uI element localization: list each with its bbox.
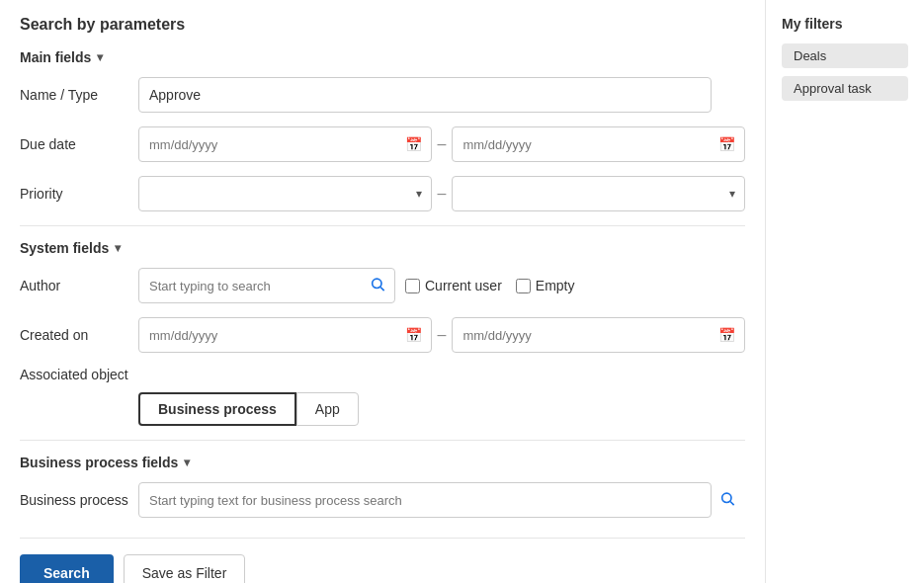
priority-range: Low Medium High Critical ▾ – Low Medium … bbox=[138, 176, 745, 211]
name-type-label: Name / Type bbox=[20, 87, 138, 103]
priority-end-wrap: Low Medium High Critical ▾ bbox=[452, 176, 745, 211]
bp-search-wrap bbox=[138, 482, 745, 518]
bp-search-input[interactable] bbox=[138, 482, 712, 518]
created-on-row: Created on 📅 – 📅 bbox=[20, 317, 745, 353]
due-date-start-wrap: 📅 bbox=[138, 126, 432, 162]
footer-actions: Search Save as Filter bbox=[20, 538, 745, 583]
bp-row: Business process bbox=[20, 482, 745, 518]
priority-start-wrap: Low Medium High Critical ▾ bbox=[138, 176, 432, 211]
tab-app[interactable]: App bbox=[296, 392, 359, 426]
system-fields-divider bbox=[20, 225, 745, 226]
save-filter-button[interactable]: Save as Filter bbox=[124, 554, 246, 583]
priority-start-select[interactable]: Low Medium High Critical bbox=[138, 176, 432, 211]
due-date-range: 📅 – 📅 bbox=[138, 126, 745, 162]
name-type-input[interactable] bbox=[138, 77, 712, 113]
bp-fields-label: Business process fields bbox=[20, 455, 178, 470]
system-fields-chevron: ▾ bbox=[115, 241, 121, 255]
sidebar: My filters Deals Approval task bbox=[766, 0, 924, 583]
author-search-input[interactable] bbox=[138, 268, 395, 303]
priority-range-sep: – bbox=[438, 185, 447, 203]
author-row: Author Current user Empty bbox=[20, 268, 745, 303]
bp-fields-chevron: ▾ bbox=[184, 456, 190, 469]
created-on-range-sep: – bbox=[438, 326, 447, 344]
current-user-checkbox[interactable] bbox=[405, 279, 420, 293]
bp-fields-divider bbox=[20, 440, 745, 441]
page-title: Search by parameters bbox=[20, 16, 745, 34]
due-date-row: Due date 📅 – 📅 bbox=[20, 126, 745, 162]
bp-fields-section-header[interactable]: Business process fields ▾ bbox=[20, 455, 745, 470]
author-checkbox-group: Current user Empty bbox=[405, 278, 575, 293]
bp-search-icon bbox=[719, 491, 735, 510]
associated-object-tabs: Business process App bbox=[138, 392, 745, 426]
main-panel: Search by parameters Main fields ▾ Name … bbox=[0, 0, 766, 583]
priority-label: Priority bbox=[20, 186, 138, 202]
created-on-start-wrap: 📅 bbox=[138, 317, 432, 353]
due-date-label: Due date bbox=[20, 136, 138, 152]
sidebar-filter-deals[interactable]: Deals bbox=[782, 43, 908, 68]
author-search-wrap bbox=[138, 268, 395, 303]
author-label: Author bbox=[20, 278, 138, 293]
associated-object-section: Associated object Business process App bbox=[20, 367, 745, 426]
current-user-checkbox-item[interactable]: Current user bbox=[405, 278, 502, 293]
due-date-start-input[interactable] bbox=[138, 126, 432, 162]
created-on-label: Created on bbox=[20, 327, 138, 343]
priority-row: Priority Low Medium High Critical ▾ – bbox=[20, 176, 745, 211]
created-on-end-wrap: 📅 bbox=[452, 317, 745, 353]
svg-point-2 bbox=[722, 493, 731, 502]
empty-checkbox-item[interactable]: Empty bbox=[516, 278, 575, 293]
empty-label: Empty bbox=[536, 278, 575, 293]
due-date-end-wrap: 📅 bbox=[452, 126, 745, 162]
search-button[interactable]: Search bbox=[20, 554, 114, 583]
main-fields-label: Main fields bbox=[20, 49, 91, 65]
priority-end-select[interactable]: Low Medium High Critical bbox=[452, 176, 745, 211]
created-on-start-input[interactable] bbox=[138, 317, 432, 353]
due-date-range-sep: – bbox=[438, 135, 447, 153]
created-on-end-input[interactable] bbox=[452, 317, 745, 353]
created-on-range: 📅 – 📅 bbox=[138, 317, 745, 353]
current-user-label: Current user bbox=[425, 278, 502, 293]
sidebar-filter-approval-task[interactable]: Approval task bbox=[782, 76, 908, 101]
tab-business-process[interactable]: Business process bbox=[138, 392, 296, 426]
system-fields-label: System fields bbox=[20, 240, 109, 256]
bp-label: Business process bbox=[20, 492, 138, 508]
associated-object-label: Associated object bbox=[20, 367, 138, 382]
sidebar-title: My filters bbox=[782, 16, 908, 32]
svg-line-3 bbox=[730, 502, 734, 506]
main-fields-chevron: ▾ bbox=[97, 50, 103, 64]
main-fields-section-header[interactable]: Main fields ▾ bbox=[20, 49, 745, 65]
empty-checkbox[interactable] bbox=[516, 279, 531, 293]
due-date-end-input[interactable] bbox=[452, 126, 745, 162]
system-fields-section-header[interactable]: System fields ▾ bbox=[20, 240, 745, 256]
name-type-row: Name / Type bbox=[20, 77, 745, 113]
